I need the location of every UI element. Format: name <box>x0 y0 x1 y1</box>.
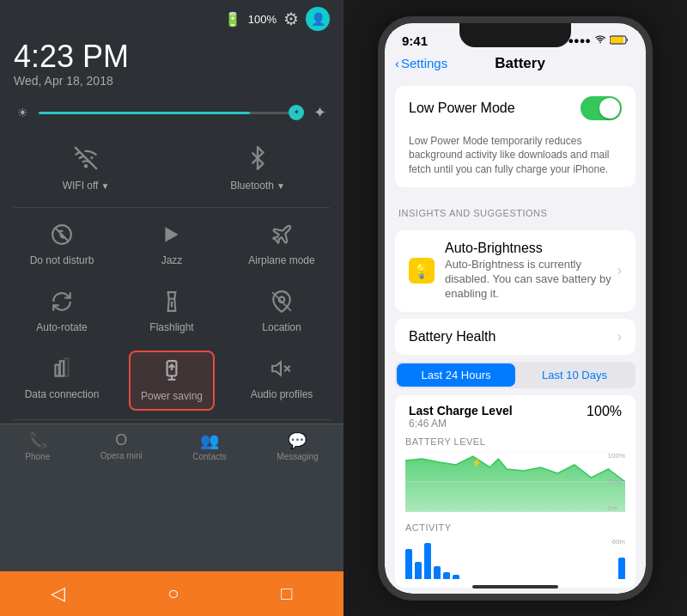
low-power-row: Low Power Mode <box>395 86 635 131</box>
tile-data[interactable]: Data connection <box>19 351 105 411</box>
ios-back-button[interactable]: ‹ Settings <box>395 56 447 70</box>
battery-health-card: Battery Health › <box>395 319 635 355</box>
bluetooth-icon <box>246 146 270 176</box>
user-avatar[interactable]: 👤 <box>306 7 330 31</box>
y-label-0: 0% <box>608 504 625 512</box>
act-bar-7 <box>618 558 625 579</box>
opera-icon: O <box>115 431 127 449</box>
tiles-row-1: WIFI off ▼ Bluetooth ▼ <box>0 134 344 204</box>
svg-text:⚡: ⚡ <box>471 456 483 467</box>
tile-power-saving[interactable]: Power saving <box>129 351 215 411</box>
tile-location-label: Location <box>262 321 301 333</box>
act-bar-4 <box>434 566 441 579</box>
app-tab-contacts[interactable]: 👥 Contacts <box>185 426 233 467</box>
tiles-row-2: Do not disturb Jazz Airplane mode <box>0 211 344 278</box>
activity-section: ACTIVITY 60m <box>395 519 635 588</box>
tile-audio[interactable]: Audio profiles <box>239 351 325 411</box>
insights-header: INSIGHTS AND SUGGESTIONS <box>385 194 646 223</box>
svg-marker-4 <box>165 227 178 241</box>
svg-point-1 <box>85 165 87 167</box>
battery-health-item[interactable]: Battery Health › <box>395 319 635 355</box>
act-bar-6 <box>453 575 459 579</box>
tile-bluetooth[interactable]: Bluetooth ▼ <box>206 139 309 198</box>
segment-10d[interactable]: Last 10 Days <box>515 363 634 387</box>
battery-health-content: Battery Health <box>409 329 617 345</box>
tile-flashlight-label: Flashlight <box>149 321 193 333</box>
tile-location[interactable]: Location <box>239 284 325 340</box>
y-label-100: 100% <box>608 452 625 460</box>
app-tab-opera[interactable]: O Opera mini <box>94 426 149 466</box>
last-charge-row: Last Charge Level 6:46 AM 100% <box>395 395 635 433</box>
low-power-card: Low Power Mode Low Power Mode temporaril… <box>395 86 635 187</box>
ios-time: 9:41 <box>402 34 428 48</box>
chart-y-axis: 100% 50% 0% <box>608 452 625 512</box>
brightness-item-icon: 💡 <box>409 258 435 284</box>
segment-24h[interactable]: Last 24 Hours <box>397 363 515 387</box>
last-charge-card: Last Charge Level 6:46 AM 100% BATTERY L… <box>395 395 635 588</box>
iphone-home-bar <box>472 585 558 589</box>
battery-percentage: 100% <box>248 13 277 26</box>
tile-flashlight[interactable]: Flashlight <box>129 284 215 340</box>
app-tab-messaging[interactable]: 💬 Messaging <box>270 426 325 467</box>
low-power-toggle[interactable] <box>581 96 622 120</box>
activity-label: ACTIVITY <box>405 522 625 533</box>
svg-rect-19 <box>611 37 623 43</box>
tile-wifi[interactable]: WIFI off ▼ <box>34 139 137 198</box>
android-status-bar: 🔋 100% ⚙ 👤 <box>0 0 344 38</box>
tile-autorotate-label: Auto-rotate <box>36 321 87 333</box>
data-icon <box>51 357 73 385</box>
toggle-thumb <box>599 98 620 119</box>
battery-chart: ⚡ 100% 50% 0% <box>405 452 625 512</box>
tiles-row-4: Data connection Power saving <box>0 345 344 416</box>
airplane-icon <box>271 223 293 251</box>
wifi-icon <box>74 146 98 176</box>
messaging-icon: 💬 <box>288 431 307 450</box>
svg-marker-20 <box>405 456 625 512</box>
low-power-label: Low Power Mode <box>409 101 581 116</box>
tile-airplane[interactable]: Airplane mode <box>239 217 325 273</box>
phone-icon: 📞 <box>28 431 47 450</box>
tile-airplane-label: Airplane mode <box>248 254 314 266</box>
recents-button[interactable]: □ <box>281 582 292 605</box>
flashlight-icon <box>161 290 183 318</box>
tile-bluetooth-label: Bluetooth ▼ <box>230 180 285 192</box>
back-button[interactable]: ◁ <box>51 582 65 605</box>
activity-y-label: 60m <box>611 538 625 546</box>
ios-nav-bar: ‹ Settings Battery <box>385 52 646 79</box>
tile-autorotate[interactable]: Auto-rotate <box>19 284 105 340</box>
auto-brightness-card: 💡 Auto-Brightness Auto-Brightness is cur… <box>395 230 635 312</box>
tile-jazz[interactable]: Jazz <box>129 217 215 273</box>
activity-chart: 60m <box>405 538 625 581</box>
svg-rect-10 <box>64 358 68 376</box>
battery-health-label: Battery Health <box>409 329 617 345</box>
iphone-notch <box>459 23 571 47</box>
divider-2 <box>14 419 330 420</box>
ios-panel: 9:41 ●●●● <box>344 0 687 616</box>
wifi-arrow: ▼ <box>100 181 109 191</box>
charge-title: Last Charge Level <box>409 404 513 418</box>
home-button[interactable]: ○ <box>167 582 179 605</box>
signal-icon: ●●●● <box>568 35 591 46</box>
jazz-icon <box>161 223 183 251</box>
auto-brightness-item[interactable]: 💡 Auto-Brightness Auto-Brightness is cur… <box>395 230 635 312</box>
tile-dnd[interactable]: Do not disturb <box>19 217 105 273</box>
tile-power-label: Power saving <box>141 390 203 402</box>
android-app-bar: 📞 Phone O Opera mini 👥 Contacts 💬 Messag… <box>0 424 344 571</box>
svg-line-3 <box>55 228 68 241</box>
ios-back-label: Settings <box>401 56 447 70</box>
iphone-screen: 9:41 ●●●● <box>385 23 646 594</box>
brightness-bar[interactable] <box>39 112 303 114</box>
segment-control: Last 24 Hours Last 10 Days <box>395 362 635 388</box>
bt-arrow: ▼ <box>277 181 285 191</box>
iphone-frame: 9:41 ●●●● <box>378 16 653 601</box>
audio-icon <box>271 357 293 385</box>
y-label-50: 50% <box>608 478 625 485</box>
brightness-fill <box>39 112 250 114</box>
app-tab-opera-label: Opera mini <box>100 451 143 460</box>
app-tab-phone[interactable]: 📞 Phone <box>18 426 57 467</box>
act-bar-5 <box>443 572 450 579</box>
autorotate-icon <box>51 290 73 318</box>
brightness-thumb <box>289 105 304 120</box>
tiles-row-3: Auto-rotate Flashlight Location <box>0 278 344 345</box>
gear-icon[interactable]: ⚙ <box>283 9 299 29</box>
